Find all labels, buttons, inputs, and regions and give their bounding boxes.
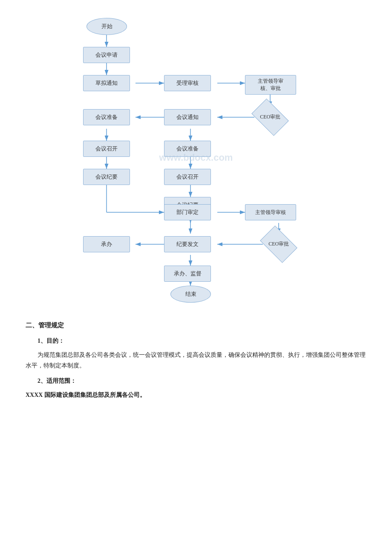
text-section: 二、管理规定 1、目的： 为规范集团总部及各公司各类会议，统一会议管理模式，提高… [17,320,375,400]
node-handle-left: 承办 [83,236,130,252]
node-end: 结束 [170,286,211,303]
node-draft-notice: 草拟通知 [83,75,130,91]
node-dept-review: 部门审定 [164,204,211,220]
item2-heading: 2、适用范围： [37,376,366,386]
node-handle-supervise: 承办、监督 [164,266,211,282]
node-leader-review2: 主管领导审核 [245,204,296,220]
node-start: 开始 [86,18,127,35]
section2-heading: 二、管理规定 [26,320,366,331]
node-meeting-open-left: 会议召开 [83,141,130,157]
item2-body: XXXX 国际建设集团集团总部及所属各公司。 [26,390,366,400]
node-ceo-approve1: CEO审批 [251,98,289,136]
node-apply: 会议申请 [83,47,130,63]
item1-heading: 1、目的： [37,335,366,346]
node-meeting-open-center: 会议召开 [164,169,211,185]
item1-body: 为规范集团总部及各公司各类会议，统一会议管理模式，提高会议质量，确保会议精神的贯… [26,350,366,371]
node-minutes-left: 会议纪要 [83,169,130,185]
node-issue-minutes: 纪要发文 [164,236,211,252]
node-accept-review: 受理审核 [164,75,211,91]
node-meeting-prep-center: 会议准备 [164,141,211,157]
flowchart: www.bdocx.com 开始 会议申请 草拟通知 受理审核 主管领导审 核、… [17,9,375,307]
node-ceo-approve2: CEO审批 [260,225,297,263]
arrows-svg [17,9,375,307]
node-meeting-prep-left: 会议准备 [83,109,130,125]
node-leader-approve: 主管领导审 核、审批 [245,75,296,95]
node-meeting-notice: 会议通知 [164,109,211,125]
